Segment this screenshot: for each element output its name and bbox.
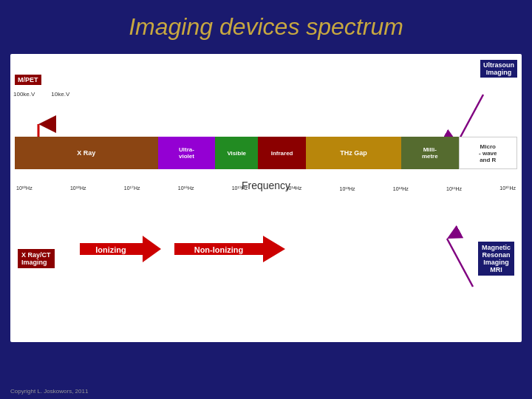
top-labels: M/PET UltrasounImaging	[15, 60, 517, 95]
svg-line-10	[447, 239, 473, 287]
svg-text:Non-Ionizing: Non-Ionizing	[194, 245, 244, 254]
freq-1: 10¹⁹Hz	[16, 185, 33, 191]
band-thz: THz Gap	[306, 137, 401, 169]
label-xray-ct: X Ray/CTImaging	[18, 249, 55, 268]
frequency-axis: 10¹⁹Hz 10¹⁸Hz 10¹⁷Hz 10¹⁶Hz 10¹⁵Hz 10¹⁴H…	[15, 174, 517, 203]
band-visible: Visible	[215, 137, 258, 169]
band-microwave: Micro- waveand R	[459, 137, 517, 169]
spectrum-container: M/PET UltrasounImaging 100ke.V 10ke.V X …	[10, 54, 522, 342]
arrow-nonionizing: Non-Ionizing	[174, 236, 285, 262]
copyright: Copyright L. Joskowors, 2011	[10, 388, 88, 395]
freq-8: 10¹²Hz	[393, 186, 409, 191]
freq-2: 10¹⁸Hz	[70, 185, 86, 191]
svg-text:Ionizing: Ionizing	[95, 245, 126, 254]
band-infrared: Infrared	[258, 137, 306, 169]
freq-10: 10¹⁰Hz	[499, 185, 516, 191]
band-millimetre: Milli-metre	[401, 137, 458, 169]
energy-labels: 100ke.V 10ke.V	[13, 91, 69, 98]
label-mri-pet: M/PET	[15, 75, 41, 85]
spectrum-bar: X Ray Ultra-violet Visible Infrared THz …	[15, 137, 517, 169]
band-xray: X Ray	[15, 137, 158, 169]
freq-7: 10¹³Hz	[340, 186, 355, 191]
freq-4: 10¹⁶Hz	[178, 185, 194, 191]
freq-9: 10¹¹Hz	[446, 186, 462, 191]
svg-line-3	[457, 95, 483, 143]
freq-3: 10¹⁷Hz	[124, 185, 140, 191]
arrow-ionizing: Ionizing	[80, 236, 161, 262]
mri-arrow	[369, 209, 517, 290]
page-title: Imaging devices spectrum	[0, 0, 532, 48]
label-ultrasound: UltrasounImaging	[480, 60, 517, 78]
energy-10kev: 10ke.V	[51, 91, 69, 98]
band-ultraviolet: Ultra-violet	[158, 137, 215, 169]
energy-100kev: 100ke.V	[13, 91, 35, 98]
bottom-section: X Ray/CTImaging Ionizing Non-Ionizing Ma…	[15, 209, 517, 290]
frequency-label: Frequency	[242, 180, 290, 191]
